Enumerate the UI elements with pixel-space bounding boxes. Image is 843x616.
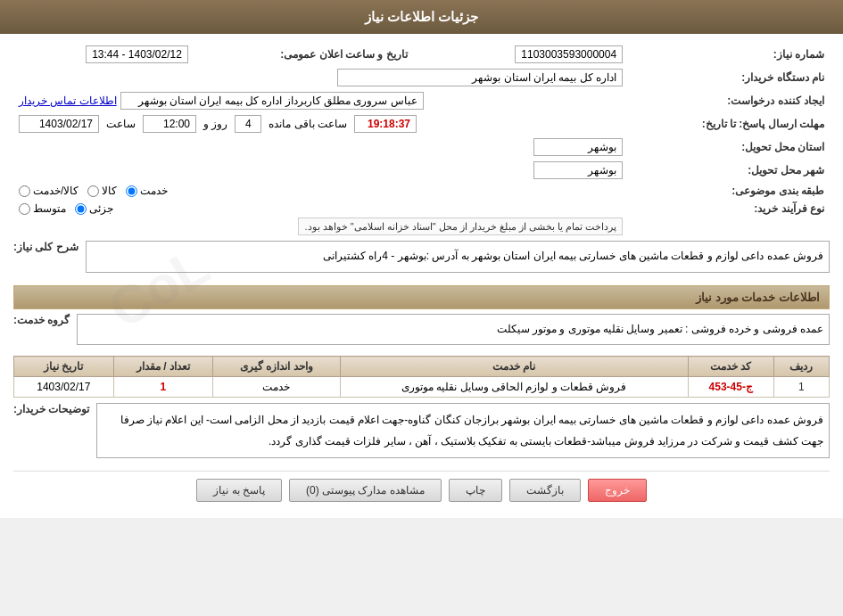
province-label: استان محل تحویل: [628,136,830,159]
deadline-days-label: روز و [203,118,227,130]
deadline-remaining-label: ساعت باقی مانده [269,118,347,130]
col-code: کد خدمت [688,357,773,377]
province-value: بوشهر [533,138,623,156]
table-row: 1 ج-45-453 فروش قطعات و لوازم الحاقی وسا… [14,377,830,398]
deadline-remaining: 19:18:37 [354,115,417,133]
purchase-medium-label: متوسط [33,202,66,215]
deadline-time: 12:00 [143,115,196,133]
category-label: طبقه بندی موضوعی: [628,182,830,200]
announce-date-value: 1403/02/12 - 13:44 [86,45,188,63]
city-label: شهر محل تحویل: [628,159,830,182]
contact-link[interactable]: اطلاعات تماس خریدار [19,94,117,107]
buyer-name-value: اداره کل بیمه ایران استان بوشهر [337,69,623,86]
description-label: توضیحات خریدار: [13,403,89,415]
service-info-title: اطلاعات خدمات مورد نیاز [13,285,830,309]
city-value: بوشهر [533,161,623,179]
purchase-partial-label: جزئی [89,202,113,215]
deadline-date: 1403/02/17 [19,115,99,133]
exit-button[interactable]: خروج [588,479,647,502]
service-group-box: عمده فروشی و خرده فروشی : تعمیر وسایل نق… [77,314,830,346]
purchase-medium-radio[interactable] [19,203,30,215]
col-unit: واحد اندازه گیری [213,357,341,377]
need-description-text: فروش عمده داعی لوازم و قطعات ماشین های خ… [323,250,823,262]
description-text: فروش عمده داعی لوازم و قطعات ماشین های خ… [120,414,823,448]
need-number-label: شماره نیاز: [628,43,830,66]
service-group-value: عمده فروشی و خرده فروشی : تعمیر وسایل نق… [497,323,823,335]
need-description-box: فروش عمده داعی لوازم و قطعات ماشین های خ… [86,241,830,273]
payment-note: پرداخت تمام یا بخشی از مبلغ خریدار از مح… [298,218,623,235]
need-number-value: 1103003593000004 [515,45,623,63]
purchase-partial-radio[interactable] [75,203,87,215]
service-group-label: گروه خدمت: [13,314,70,326]
purchase-type-label: نوع فرآیند خرید: [628,200,830,218]
cell-code: ج-45-453 [688,377,773,398]
page-title: جزئیات اطلاعات نیاز [365,9,478,24]
col-qty: تعداد / مقدار [113,357,212,377]
view-docs-button[interactable]: مشاهده مدارک پیوستی (0) [289,479,442,502]
description-text-box: فروش عمده داعی لوازم و قطعات ماشین های خ… [96,403,830,458]
need-description-label: شرح کلی نیاز: [13,241,79,253]
service-items-table: ردیف کد خدمت نام خدمت واحد اندازه گیری ت… [13,356,830,398]
button-bar: پاسخ به نیاز مشاهده مدارک پیوستی (0) چاپ… [13,471,830,509]
deadline-label: مهلت ارسال پاسخ: تا تاریخ: [628,112,830,136]
category-service-label: خدمت [140,185,168,197]
page-header: جزئیات اطلاعات نیاز [0,0,843,34]
col-date: تاریخ نیاز [14,357,114,377]
category-goods-label: کالا [102,185,117,197]
category-goods-service-label: کالا/خدمت [33,185,79,197]
info-table: شماره نیاز: 1103003593000004 تاریخ و ساع… [13,43,830,235]
cell-qty: 1 [113,377,212,398]
cell-date: 1403/02/17 [14,377,114,398]
category-service-radio[interactable] [126,185,137,197]
col-name: نام خدمت [340,357,688,377]
deadline-days: 4 [235,115,261,133]
col-row-num: ردیف [773,357,829,377]
cell-unit: خدمت [213,377,341,398]
category-goods-radio[interactable] [87,185,99,197]
category-goods-service-radio[interactable] [19,185,30,197]
cell-name: فروش قطعات و لوازم الحاقی وسایل نقلیه مو… [340,377,688,398]
buyer-name-label: نام دستگاه خریدار: [628,66,830,89]
announce-date-label: تاریخ و ساعت اعلان عمومی: [194,43,413,66]
reply-button[interactable]: پاسخ به نیاز [196,479,282,502]
creator-label: ایجاد کننده درخواست: [628,89,830,112]
deadline-time-label: ساعت [106,118,136,130]
creator-value: عباس سروری مطلق کاربرداز اداره کل بیمه ا… [120,92,424,110]
print-button[interactable]: چاپ [449,479,502,502]
cell-row-num: 1 [773,377,829,398]
back-button[interactable]: بازگشت [509,479,581,502]
